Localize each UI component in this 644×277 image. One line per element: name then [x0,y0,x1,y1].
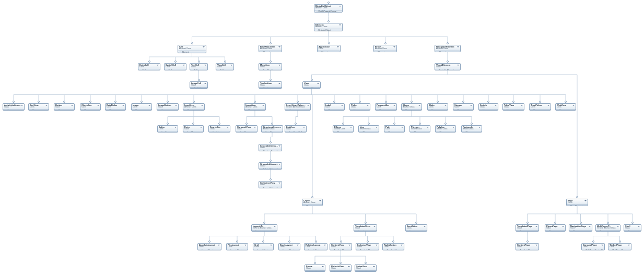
expand-chevron-icon[interactable] [278,82,280,85]
class-node-carouselpage[interactable]: CarouselPageClass→ MultiPage<ContentPa… [581,243,605,250]
class-node-itemsview_t[interactable]: ItemsView<TVisu…Generic Abstract Class→ … [285,103,311,111]
expand-chevron-icon[interactable] [262,104,264,106]
expand-chevron-icon[interactable] [393,46,395,48]
class-node-rectangle[interactable]: RectangleSealed Class→ Shape [461,125,482,133]
class-node-checkbox[interactable]: CheckBoxClass→ View [80,103,101,111]
class-node-ellipse[interactable]: EllipseSealed Class→ Shape [333,125,354,133]
class-node-navigableelement[interactable]: NavigableElementAbstract Class→ Element [435,45,461,52]
class-node-polyline[interactable]: PolylineSealed Class→ Shape [435,125,456,133]
class-node-brush[interactable]: BrushAbstract Class→ Element [373,45,397,52]
class-node-stacklayout[interactable]: StackLayoutClass→ Layout<View> [278,243,300,250]
expand-chevron-icon[interactable] [427,126,429,128]
class-node-bindableobject[interactable]: BindableObjectAbstract Class→ INotifyPro… [314,4,343,13]
expand-chevron-icon[interactable] [97,104,99,106]
class-node-absolutelayout[interactable]: AbsoluteLayoutClass→ Layout<View> [197,243,221,250]
expand-chevron-icon[interactable] [401,126,403,128]
expand-chevron-icon[interactable] [71,104,73,106]
expand-chevron-icon[interactable] [452,126,454,128]
expand-chevron-icon[interactable] [278,182,280,184]
expand-chevron-icon[interactable] [478,126,481,128]
class-node-tableview[interactable]: TableViewClass→ View [502,103,524,111]
class-node-editor[interactable]: EditorClass→ InputView [157,125,178,133]
expand-chevron-icon[interactable] [617,225,619,227]
class-node-label[interactable]: LabelClass→ View [324,103,345,111]
class-node-carouselview[interactable]: CarouselViewClass→ ItemsView [236,125,257,133]
expand-chevron-icon[interactable] [589,225,591,227]
class-node-itemsview[interactable]: ItemsViewAbstract Class→ View [244,103,266,111]
expand-chevron-icon[interactable] [148,104,150,106]
class-node-navigationpage[interactable]: NavigationPageClass→ Page [569,224,592,232]
class-node-templatedview[interactable]: TemplatedViewClass→ Layout [354,224,377,232]
class-node-templatedpage[interactable]: TemplatedPageClass→ Page [516,224,539,232]
expand-chevron-icon[interactable] [322,266,324,268]
class-node-datepicker[interactable]: DatePickerClass→ View [105,103,126,111]
class-node-view[interactable]: ViewClass→ VisualElement [302,81,321,89]
expand-chevron-icon[interactable] [457,46,459,48]
class-node-contentpage[interactable]: ContentPageClass→ TemplatedPage [516,243,539,250]
expand-chevron-icon[interactable] [183,64,185,66]
expand-chevron-icon[interactable] [203,46,205,48]
class-node-path[interactable]: PathClass→ Shape [384,125,405,133]
class-node-groupableitems[interactable]: GroupableItems…Class→ SelectableItemsVie… [259,162,282,170]
expand-chevron-icon[interactable] [601,244,603,246]
expand-chevron-icon[interactable] [303,126,305,128]
expand-chevron-icon[interactable] [200,126,202,128]
expand-chevron-icon[interactable] [373,266,375,268]
class-node-shell[interactable]: ShellClass→ Page [624,224,641,232]
class-node-entrycell[interactable]: EntryCellClass→ Cell [138,63,160,70]
class-node-structureditems[interactable]: StructuredItems…Abstract Class→ ItemsVie… [261,125,283,133]
expand-chevron-icon[interactable] [341,104,343,106]
class-node-contentview[interactable]: ContentViewClass→ TemplatedView [330,243,352,250]
expand-chevron-icon[interactable] [21,104,23,106]
expand-chevron-icon[interactable] [401,244,403,246]
expand-chevron-icon[interactable] [572,104,575,106]
expand-chevron-icon[interactable] [307,104,309,106]
class-node-element[interactable]: ElementAbstract Class→ BindableObject [314,23,343,31]
class-node-refreshview[interactable]: RefreshViewClass→ ContentView [330,264,352,272]
class-node-multipage[interactable]: MultiPage<T>Generic Abstract Class→ Page [595,224,620,232]
expand-chevron-icon[interactable] [175,104,177,106]
class-node-picker[interactable]: PickerClass→ View [349,103,370,111]
expand-chevron-icon[interactable] [227,126,229,128]
expand-chevron-icon[interactable] [317,82,319,85]
expand-chevron-icon[interactable] [45,104,48,106]
class-node-imagebutton[interactable]: ImageButtonClass→ View [157,103,179,111]
expand-chevron-icon[interactable] [457,64,459,66]
expand-chevron-icon[interactable] [174,126,177,128]
expand-chevron-icon[interactable] [584,200,587,202]
expand-chevron-icon[interactable] [444,104,447,106]
expand-chevron-icon[interactable] [324,244,326,246]
class-node-imagecell[interactable]: ImageCellClass→ TextCell [190,81,208,89]
expand-chevron-icon[interactable] [562,225,564,227]
expand-chevron-icon[interactable] [348,244,350,246]
class-node-textcell[interactable]: TextCellClass→ Cell [190,63,208,70]
expand-chevron-icon[interactable] [393,104,395,106]
class-node-listview[interactable]: ListViewClass→ ItemsView<Cell> [285,125,307,133]
expand-chevron-icon[interactable] [628,244,630,246]
expand-chevron-icon[interactable] [244,244,247,246]
class-node-slider[interactable]: SliderClass→ View [427,103,448,111]
expand-chevron-icon[interactable] [230,64,232,66]
class-node-activityindicator[interactable]: ActivityIndicatorClass→ View [3,103,25,111]
class-node-button[interactable]: ButtonClass→ View [54,103,75,111]
class-node-grid[interactable]: GridClass→ Layout<View> [253,243,274,250]
class-node-boxview[interactable]: BoxViewClass→ View [28,103,49,111]
class-node-webview[interactable]: WebViewClass→ View [555,103,576,111]
expand-chevron-icon[interactable] [547,104,549,106]
expand-chevron-icon[interactable] [274,225,276,227]
expand-chevron-icon[interactable] [373,225,376,227]
class-node-swipeview[interactable]: SwipeViewClass→ ContentView [355,264,377,272]
class-node-tabbedpage[interactable]: TabbedPageClass→ MultiPage<Page> [608,243,631,250]
expand-chevron-icon[interactable] [638,225,640,227]
class-node-radiobutton[interactable]: RadioButtonClass→ TemplatedView [382,243,404,250]
class-node-image[interactable]: ImageClass→ View [131,103,152,111]
class-node-collectionview[interactable]: CollectionViewClass→ GroupableItemsView [259,181,282,188]
class-node-flexlayout[interactable]: FlexLayoutClass→ Layout<View> [226,243,248,250]
expand-chevron-icon[interactable] [270,244,272,246]
class-node-inputview[interactable]: InputViewAbstract Class→ View [183,103,205,111]
expand-chevron-icon[interactable] [254,126,256,128]
expand-chevron-icon[interactable] [204,82,206,85]
class-node-application[interactable]: ApplicationClass→ Element [317,45,341,52]
expand-chevron-icon[interactable] [279,126,282,128]
class-node-switch[interactable]: SwitchClass→ View [478,103,498,111]
